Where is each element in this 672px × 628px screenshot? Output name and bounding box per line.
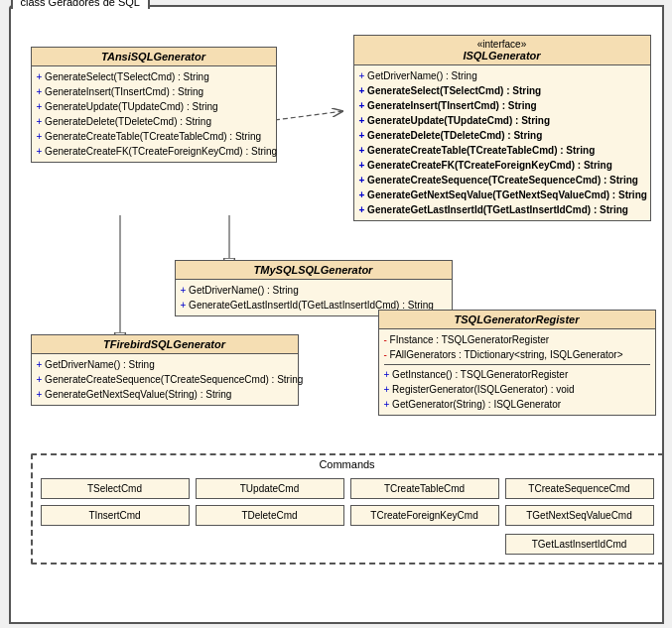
cmd-createtablecmd: TCreateTableCmd xyxy=(350,478,499,499)
cmd-last-row: TGetLastInsertIdCmd xyxy=(33,534,662,563)
isql-generator-class: «interface» ISQLGenerator + GetDriverNam… xyxy=(353,35,651,221)
mysql-class: TMySQLSQLGenerator + GetDriverName() : S… xyxy=(175,260,453,316)
tansi-class: TAnsiSQLGenerator + GenerateSelect(TSele… xyxy=(31,47,277,163)
tansi-name: TAnsiSQLGenerator xyxy=(101,51,205,63)
cmd-updatecmd: TUpdateCmd xyxy=(196,478,344,499)
isql-stereotype: «interface» xyxy=(359,39,645,50)
register-p1: - FInstance : TSQLGeneratorRegister xyxy=(384,332,650,347)
cmd-createseqcmd: TCreateSequenceCmd xyxy=(505,478,654,499)
cmd-insertcmd: TInsertCmd xyxy=(41,505,190,526)
register-header: TSQLGeneratorRegister xyxy=(379,311,655,329)
firebird-m1: + GetDriverName() : String xyxy=(37,357,293,372)
isql-m9: + GenerateGetNextSeqValue(TGetNextSeqVal… xyxy=(359,188,645,202)
diagram-container: class Geradores de SQL xyxy=(9,5,664,624)
isql-m3: + GenerateInsert(TInsertCmd) : String xyxy=(359,98,645,113)
commands-grid: TSelectCmd TUpdateCmd TCreateTableCmd TC… xyxy=(33,473,662,534)
cmd-createfkcmd: TCreateForeignKeyCmd xyxy=(350,505,499,526)
tansi-header: TAnsiSQLGenerator xyxy=(32,48,276,66)
isql-m10: + GenerateGetLastInsertId(TGetLastInsert… xyxy=(359,202,645,217)
firebird-header: TFirebirdSQLGenerator xyxy=(32,335,298,354)
tansi-m5: + GenerateCreateTable(TCreateTableCmd) :… xyxy=(37,129,271,144)
firebird-class: TFirebirdSQLGenerator + GetDriverName() … xyxy=(31,334,299,406)
cmd-getnextseqcmd: TGetNextSeqValueCmd xyxy=(505,505,654,526)
isql-body: + GetDriverName() : String + GenerateSel… xyxy=(354,65,650,220)
cmd-selectcmd: TSelectCmd xyxy=(41,478,190,499)
isql-m8: + GenerateCreateSequence(TCreateSequence… xyxy=(359,173,645,188)
isql-m7: + GenerateCreateFK(TCreateForeignKeyCmd)… xyxy=(359,158,645,173)
tansi-m2: + GenerateInsert(TInsertCmd) : String xyxy=(37,84,271,99)
mysql-m1: + GetDriverName() : String xyxy=(181,283,447,298)
register-body: - FInstance : TSQLGeneratorRegister - FA… xyxy=(379,329,655,415)
register-class: TSQLGeneratorRegister - FInstance : TSQL… xyxy=(378,310,656,416)
tansi-m4: + GenerateDelete(TDeleteCmd) : String xyxy=(37,114,271,129)
tansi-to-isql-arrow xyxy=(267,111,343,121)
isql-name: ISQLGenerator xyxy=(463,50,540,62)
isql-m6: + GenerateCreateTable(TCreateTableCmd) :… xyxy=(359,143,645,158)
firebird-m3: + GenerateGetNextSeqValue(String) : Stri… xyxy=(37,387,293,402)
commands-title: Commands xyxy=(33,455,662,473)
tansi-body: + GenerateSelect(TSelectCmd) : String + … xyxy=(32,66,276,162)
isql-m2: + GenerateSelect(TSelectCmd) : String xyxy=(359,83,645,98)
register-p2: - FAllGenerators : TDictionary<string, I… xyxy=(384,347,650,362)
firebird-m2: + GenerateCreateSequence(TCreateSequence… xyxy=(37,372,293,387)
tansi-m6: + GenerateCreateFK(TCreateForeignKeyCmd)… xyxy=(37,144,271,159)
isql-generator-header: «interface» ISQLGenerator xyxy=(354,36,650,65)
commands-box: Commands TSelectCmd TUpdateCmd TCreateTa… xyxy=(31,453,664,565)
mysql-name: TMySQLSQLGenerator xyxy=(254,264,373,276)
register-m2: + RegisterGenerator(ISQLGenerator) : voi… xyxy=(384,382,650,397)
tansi-m3: + GenerateUpdate(TUpdateCmd) : String xyxy=(37,99,271,114)
cmd-deletecmd: TDeleteCmd xyxy=(196,505,344,526)
register-divider xyxy=(384,364,650,365)
diagram-title: class Geradores de SQL xyxy=(11,0,150,9)
tansi-m1: + GenerateSelect(TSelectCmd) : String xyxy=(37,69,271,84)
register-name: TSQLGeneratorRegister xyxy=(455,314,580,325)
diagram-content: «interface» ISQLGenerator + GetDriverNam… xyxy=(21,17,652,612)
isql-m5: + GenerateDelete(TDeleteCmd) : String xyxy=(359,128,645,143)
firebird-name: TFirebirdSQLGenerator xyxy=(103,338,225,350)
register-m1: + GetInstance() : TSQLGeneratorRegister xyxy=(384,367,650,382)
firebird-body: + GetDriverName() : String + GenerateCre… xyxy=(32,354,298,405)
mysql-header: TMySQLSQLGenerator xyxy=(176,261,452,280)
isql-m1: + GetDriverName() : String xyxy=(359,68,645,83)
isql-m4: + GenerateUpdate(TUpdateCmd) : String xyxy=(359,113,645,128)
cmd-getlastinsertcmd: TGetLastInsertIdCmd xyxy=(505,534,654,555)
register-m3: + GetGenerator(String) : ISQLGenerator xyxy=(384,397,650,412)
